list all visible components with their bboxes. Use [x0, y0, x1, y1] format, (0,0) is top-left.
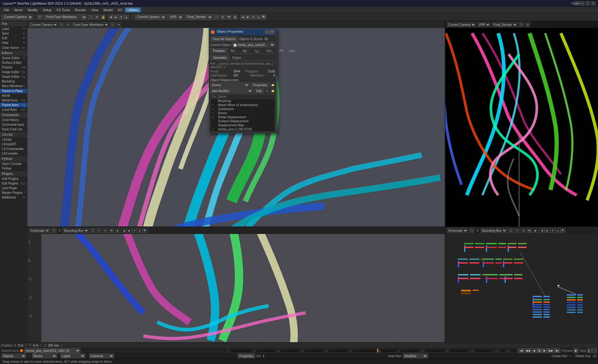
dialog-tab-ap[interactable]: Ap... — [240, 48, 252, 54]
checkbox-icon[interactable]: ☑ — [37, 15, 42, 20]
br-icon-2[interactable]: ▼ — [515, 228, 520, 233]
preview-btn[interactable]: ▶ — [573, 348, 578, 353]
sidebar-item-add-plugins[interactable]: Add Plugins — [0, 176, 27, 181]
cameras-select[interactable]: Cameras — [89, 353, 114, 358]
sidebar-item-save-cmd-list[interactable]: Save Cmd List — [0, 127, 27, 132]
render-icon-2[interactable]: ⚙ — [220, 15, 225, 20]
main-vp-icon-3[interactable]: ⬛ — [110, 22, 115, 27]
render-icon-1[interactable]: ⬛ — [214, 15, 219, 20]
menu-model[interactable]: Model — [101, 7, 115, 12]
modifier-morphing[interactable]: Morphing — [211, 99, 275, 103]
bones-select[interactable]: Bones — [32, 353, 57, 358]
obj-replacement-icon[interactable]: 📁 — [271, 83, 275, 87]
dialog-tab-fx[interactable]: FX — [277, 48, 286, 54]
bottom-left-vp-icon-5[interactable]: 📷 — [109, 228, 114, 233]
bottom-right-bounding-box-check[interactable]: ☑ — [476, 229, 479, 232]
sidebar-item-master-plugins[interactable]: Master Plugins ° — [0, 190, 27, 195]
main-vp-icon-4[interactable]: ▼ — [116, 22, 121, 27]
rend-nav-3[interactable]: ▼ — [251, 15, 256, 20]
sidebar-item-load[interactable]: Load ▼ — [0, 26, 27, 31]
bottom-right-display-select[interactable]: Bounding Box — [481, 228, 507, 233]
bottom-left-vp-select[interactable]: Schematic — [29, 228, 50, 233]
render-icon-4[interactable]: ▶ — [233, 15, 238, 20]
menu-modify[interactable]: Modify — [25, 7, 40, 12]
bottom-right-viewport[interactable]: Schematic ⬛ ☑ Bounding Box ⬛ ▼ ⚙ 📷 ▶ ◀ ▶… — [445, 227, 598, 345]
main-vp-icon-1[interactable]: ⬛ — [59, 22, 64, 27]
nav-icon-2[interactable]: ▶ — [113, 15, 118, 20]
sidebar-item-python[interactable]: Python — [0, 166, 27, 171]
sidebar-item-graph-editor[interactable]: Graph Editor F2 — [0, 74, 27, 79]
menu-setup[interactable]: Setup — [40, 7, 54, 12]
bottom-left-vp-icon-6[interactable]: ▶ — [115, 228, 120, 233]
dialog-tab-re[interactable]: Re... — [228, 48, 240, 54]
sidebar-item-additional[interactable]: Additional ▼ — [0, 195, 27, 200]
maximize-button[interactable]: □ — [586, 1, 590, 6]
x-e-btn[interactable]: E — [25, 344, 27, 347]
current-object-select[interactable]: ⬤ inertia_plus_tube20... — [232, 42, 275, 47]
bl-nav-4[interactable]: ▲ — [137, 228, 142, 233]
vpr-select[interactable]: VPR — [167, 14, 183, 20]
sidebar-item-local-axes[interactable]: Local Axes +F7 — [0, 107, 27, 112]
dialog-tab-edges[interactable]: Edges — [230, 55, 244, 60]
play-start-btn[interactable]: |◀ — [519, 348, 524, 353]
bl-nav-3[interactable]: ▼ — [132, 228, 137, 233]
br-nav-5[interactable]: 🔍 — [561, 228, 566, 233]
bottom-left-display-select[interactable]: Bounding Box — [63, 228, 89, 233]
br-icon-5[interactable]: ▶ — [533, 228, 538, 233]
sidebar-item-lscript-rt[interactable]: LScript/RT — [0, 142, 27, 147]
sidebar-item-world[interactable]: World — [0, 93, 27, 98]
sidebar-item-ls-commander[interactable]: LS Commander — [0, 147, 27, 151]
sidebar-item-surface-editor[interactable]: Surface Editor — [0, 60, 27, 65]
sidebar-item-world-axes[interactable]: World Axes +F5 — [0, 98, 27, 103]
rend-nav-2[interactable]: ▶ — [245, 15, 250, 20]
br-nav-4[interactable]: ▲ — [555, 228, 560, 233]
modifier-subdivision[interactable]: ✓ Subdivision — [211, 107, 275, 111]
bottom-left-vp-icon-3[interactable]: ▼ — [97, 228, 102, 233]
render-viewport[interactable]: Current Camera VPR Final_Render ⬛ ⚙ — [445, 21, 598, 226]
nav-icon-3[interactable]: ▼ — [119, 15, 124, 20]
obj-replacement-select[interactable]: (none) — [210, 82, 249, 87]
menu-view[interactable]: View — [88, 7, 101, 12]
sidebar-item-parent-in-place[interactable]: Parent in Place — [0, 89, 27, 93]
bl-nav-5[interactable]: 🔍 — [143, 228, 148, 233]
step-input[interactable] — [587, 348, 597, 353]
bottom-left-bounding-box-check[interactable]: ☑ — [58, 229, 61, 232]
main-vp-display-select[interactable]: Front Face Wireframe — [72, 22, 109, 27]
nav-icon-4[interactable]: ▲ — [124, 15, 129, 20]
bl-nav-1[interactable]: ◀ — [121, 228, 126, 233]
br-icon-1[interactable]: ⬛ — [508, 228, 513, 233]
render-mode-select[interactable]: Final_Render — [184, 14, 213, 20]
modeler-button[interactable]: Modeler — [574, 1, 579, 6]
play-reverse-btn[interactable]: ◀ — [532, 348, 537, 353]
modifier-nodal-displacement[interactable]: ✓ Nodal Displacement — [211, 115, 275, 119]
play-forward-btn[interactable]: ▶ — [542, 348, 547, 353]
minimize-button[interactable]: — — [580, 1, 584, 6]
auto-key-select[interactable]: Modified — [403, 353, 428, 358]
vp-icon-3[interactable]: 🔒 — [101, 15, 106, 20]
bottom-right-vp-select[interactable]: Schematic — [447, 228, 468, 233]
sidebar-item-scene-editor[interactable]: Scene Editor ▼ — [0, 56, 27, 60]
dialog-close-btn[interactable]: ✕ — [270, 30, 274, 34]
menu-fxtools[interactable]: FX Tools — [54, 7, 73, 12]
rend-nav-1[interactable]: ◀ — [240, 15, 245, 20]
sidebar-item-help[interactable]: Help ▼ — [0, 40, 27, 45]
nav-icon-1[interactable]: ◀ — [108, 15, 113, 20]
sidebar-item-command-input[interactable]: Command Input — [0, 122, 27, 127]
menu-file[interactable]: File — [1, 7, 12, 12]
bottom-left-vp-icon-4[interactable]: ⚙ — [103, 228, 108, 233]
close-button[interactable]: ✕ — [591, 1, 596, 6]
sidebar-item-cmd-history[interactable]: Cmd History — [0, 118, 27, 122]
camera-select[interactable]: Current Camera — [1, 14, 33, 20]
bottom-left-vp-icon-2[interactable]: ⬛ — [90, 228, 95, 233]
play-end-btn[interactable]: ▶| — [555, 348, 560, 353]
vp-icon-2[interactable]: ⚙ — [94, 15, 99, 20]
render-icon-3[interactable]: 📷 — [226, 15, 231, 20]
z-e-btn[interactable]: E — [61, 344, 63, 347]
modifier-displacement-map[interactable]: Displacement Map — [211, 123, 275, 127]
br-nav-1[interactable]: ◀ — [539, 228, 544, 233]
br-icon-4[interactable]: 📷 — [527, 228, 532, 233]
rend-nav-4[interactable]: ▲ — [256, 15, 261, 20]
rend-nav-5[interactable]: 🔍 — [261, 15, 266, 20]
sidebar-item-clear-scene[interactable]: Clear Scene +H — [0, 45, 27, 50]
play-next-btn[interactable]: ▶▶ — [548, 348, 554, 353]
